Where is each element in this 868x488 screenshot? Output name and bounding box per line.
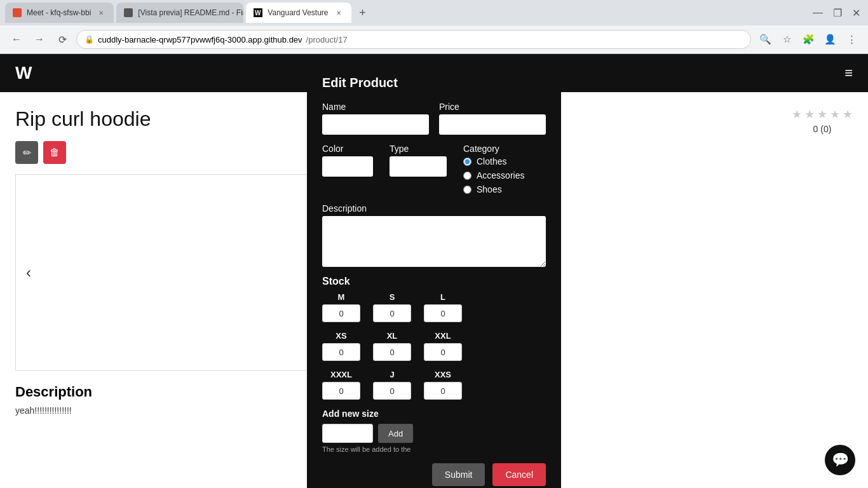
size-m-label: M [338, 292, 345, 302]
stock-j: J [373, 370, 411, 400]
stock-input-j[interactable] [373, 382, 411, 400]
name-label: Name [322, 102, 429, 112]
stock-label: Stock [322, 276, 546, 287]
radio-shoes[interactable] [463, 186, 471, 194]
stock-xs: XS [322, 331, 360, 361]
submit-button[interactable]: Submit [432, 463, 485, 486]
add-size-section: Add new size Add The size will be added … [322, 409, 546, 453]
modal-footer: Submit Cancel [322, 463, 546, 486]
stock-s: S [373, 292, 411, 322]
size-xxl-label: XXL [435, 331, 451, 341]
category-radio-group: Clothes Accessories Shoes [463, 156, 546, 194]
category-group: Category Clothes Accessories Shoes [463, 144, 546, 194]
category-clothes[interactable]: Clothes [463, 156, 546, 166]
stock-xxs: XXS [424, 370, 462, 400]
chat-bubble[interactable]: 💬 [825, 445, 855, 475]
edit-product-modal: Edit Product Name Price Color Type [307, 60, 561, 488]
size-s-label: S [390, 292, 395, 302]
radio-clothes[interactable] [463, 158, 471, 166]
stock-input-l[interactable] [424, 304, 462, 322]
stock-input-xxs[interactable] [424, 382, 462, 400]
modal-title: Edit Product [322, 76, 546, 90]
radio-accessories[interactable] [463, 172, 471, 180]
stock-input-xxl[interactable] [424, 343, 462, 361]
cancel-button[interactable]: Cancel [492, 463, 546, 486]
description-form-group: Description [322, 203, 546, 267]
clothes-label: Clothes [477, 156, 506, 166]
size-xxxl-label: XXXL [330, 370, 352, 379]
shoes-label: Shoes [477, 184, 502, 194]
type-group: Type [390, 144, 453, 194]
type-label: Type [390, 144, 453, 154]
description-textarea[interactable] [322, 216, 546, 267]
size-xxs-label: XXS [435, 370, 451, 379]
add-size-input[interactable] [322, 424, 373, 443]
stock-row-3: XXXL J XXS [322, 370, 546, 400]
price-group: Price [439, 102, 546, 135]
color-input[interactable] [322, 156, 373, 177]
name-price-row: Name Price [322, 102, 546, 135]
price-input[interactable] [439, 114, 546, 135]
modal-overlay: Edit Product Name Price Color Type [0, 0, 868, 488]
color-label: Color [322, 144, 379, 154]
color-type-category-row: Color Type Category Clothes Accessories [322, 144, 546, 194]
stock-input-xxxl[interactable] [322, 382, 360, 400]
stock-section: Stock M S L XS [322, 276, 546, 400]
add-size-label: Add new size [322, 409, 546, 419]
price-label: Price [439, 102, 546, 112]
add-size-hint: The size will be added to the [322, 445, 546, 453]
stock-xxxl: XXXL [322, 370, 360, 400]
size-j-label: J [390, 370, 394, 379]
stock-input-s[interactable] [373, 304, 411, 322]
size-l-label: L [440, 292, 445, 302]
stock-row-2: XS XL XXL [322, 331, 546, 361]
description-form-label: Description [322, 203, 546, 214]
size-xs-label: XS [336, 331, 346, 341]
category-shoes[interactable]: Shoes [463, 184, 546, 194]
category-label: Category [463, 144, 546, 154]
category-accessories[interactable]: Accessories [463, 170, 546, 180]
stock-xxl: XXL [424, 331, 462, 361]
stock-l: L [424, 292, 462, 322]
add-size-button[interactable]: Add [378, 424, 413, 443]
name-group: Name [322, 102, 429, 135]
stock-row-1: M S L [322, 292, 546, 322]
accessories-label: Accessories [477, 170, 524, 180]
size-xl-label: XL [387, 331, 398, 341]
stock-input-xl[interactable] [373, 343, 411, 361]
color-group: Color [322, 144, 379, 194]
add-size-row: Add [322, 424, 546, 443]
type-input[interactable] [390, 156, 447, 177]
stock-input-xs[interactable] [322, 343, 360, 361]
name-input[interactable] [322, 114, 429, 135]
stock-xl: XL [373, 331, 411, 361]
stock-input-m[interactable] [322, 304, 360, 322]
stock-m: M [322, 292, 360, 322]
